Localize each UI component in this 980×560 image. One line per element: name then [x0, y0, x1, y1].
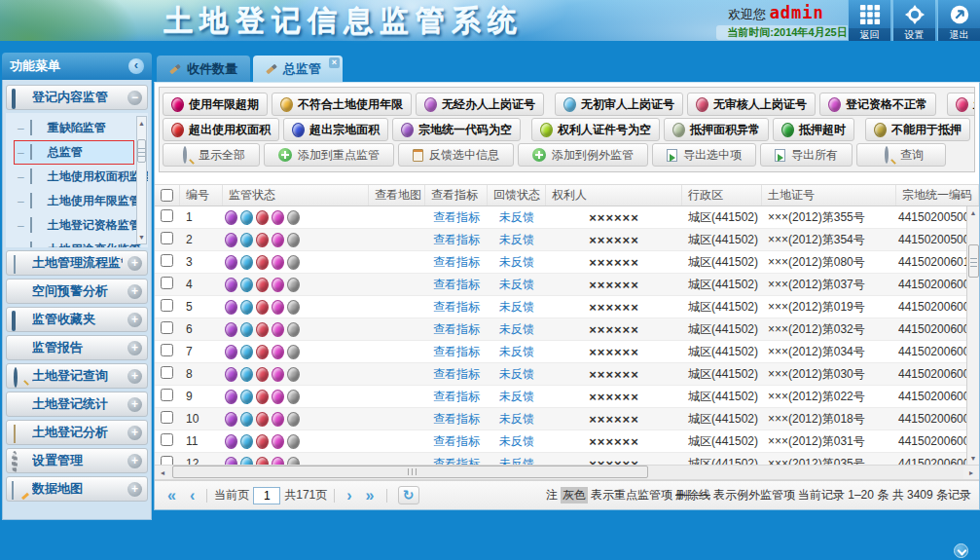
scrollbar-thumb[interactable]	[137, 139, 146, 163]
prev-page-button[interactable]: ‹	[185, 487, 200, 504]
view-indicators-link[interactable]: 查看指标	[425, 433, 488, 450]
sidebar-group-registration-content[interactable]: 登记内容监管 −	[6, 85, 148, 110]
expand-toggle-icon[interactable]: +	[127, 313, 142, 327]
filter-seizure-overtime[interactable]: 查封超时	[974, 118, 975, 141]
view-indicators-link[interactable]: 查看指标	[425, 254, 488, 271]
row-checkbox[interactable]	[161, 299, 173, 312]
first-page-button[interactable]: «	[163, 487, 181, 504]
row-checkbox[interactable]	[161, 321, 173, 334]
view-indicators-link[interactable]: 查看指标	[425, 277, 488, 293]
sidebar-item-defect[interactable]: – 重缺陷监管	[14, 116, 134, 140]
filter-exceed-use-right-area[interactable]: 超出使用权面积	[163, 118, 279, 141]
row-checkbox[interactable]	[161, 277, 173, 289]
sidebar-group-query[interactable]: 土地登记查询 +	[6, 363, 148, 389]
add-to-exception-button[interactable]: 添加到例外监管	[518, 143, 648, 167]
sidebar-title: 功能菜单	[10, 57, 60, 75]
view-indicators-link[interactable]: 查看指标	[425, 321, 488, 338]
scroll-down-icon[interactable]: ▼	[970, 452, 977, 465]
scrollbar-thumb[interactable]	[172, 466, 648, 478]
filter-mortgage-overtime[interactable]: 抵押超时	[773, 118, 854, 141]
expand-toggle-icon[interactable]: +	[127, 369, 142, 384]
expand-toggle-icon[interactable]: +	[127, 454, 142, 468]
filter-nonconforming-use-years[interactable]: 不符合土地使用年限	[272, 93, 412, 116]
sidebar-group-report[interactable]: 监管报告 +	[6, 335, 148, 360]
sidebar-item-land-use-years[interactable]: – 土地使用年限监管	[14, 189, 134, 213]
sidebar-item-registration-qualification[interactable]: – 土地登记资格监管	[14, 213, 134, 238]
row-checkbox[interactable]	[161, 209, 173, 222]
filter-no-auditor-cert[interactable]: 无审核人上岗证号	[687, 93, 816, 116]
show-all-button[interactable]: 显示全部	[163, 143, 260, 167]
sidebar-collapse-button[interactable]: ‹	[128, 58, 144, 74]
view-indicators-link[interactable]: 查看指标	[425, 389, 488, 405]
sidebar-group-statistics[interactable]: 土地登记统计 +	[6, 392, 148, 417]
last-page-button[interactable]: »	[361, 487, 380, 504]
sidebar-group-settings[interactable]: 设置管理 +	[6, 448, 148, 473]
sidebar-item-general-supervision[interactable]: – 总监管	[14, 140, 134, 165]
view-indicators-link[interactable]: 查看指标	[425, 456, 488, 466]
sidebar-group-spatial-warning[interactable]: 空间预警分析 +	[6, 279, 148, 304]
expand-toggle-icon[interactable]: +	[127, 341, 142, 355]
sidebar-item-land-use-area[interactable]: – 土地使用权面积监管	[14, 165, 134, 189]
sidebar-group-data-map[interactable]: 数据地图 +	[6, 476, 148, 502]
filter-empty-parcel-code[interactable]: 宗地统一代码为空	[392, 118, 521, 141]
tab-receipt-count[interactable]: 收件数量	[157, 56, 250, 82]
expand-toggle-icon[interactable]: +	[127, 284, 142, 299]
filter-not-mortgageable[interactable]: 不能用于抵押	[865, 118, 970, 141]
sidebar-group-process[interactable]: 土地管理流程监管 +	[6, 250, 148, 276]
view-indicators-link[interactable]: 查看指标	[425, 299, 488, 316]
filter-use-years-overdue[interactable]: 使用年限超期	[163, 93, 268, 116]
scroll-down-button[interactable]	[954, 543, 968, 558]
expand-toggle-icon[interactable]: +	[127, 397, 142, 412]
filter-mortgage-area-abnormal[interactable]: 抵押面积异常	[664, 118, 769, 141]
search-icon	[177, 148, 193, 163]
export-selected-button[interactable]: 导出选中项	[652, 143, 756, 167]
scroll-up-icon[interactable]: ▲	[138, 117, 145, 130]
expand-toggle-icon[interactable]: +	[127, 482, 142, 497]
sidebar-group-analysis[interactable]: 土地登记分析 +	[6, 420, 148, 445]
query-button[interactable]: 查询	[856, 143, 946, 167]
view-indicators-link[interactable]: 查看指标	[425, 232, 488, 248]
expand-toggle-icon[interactable]: +	[127, 426, 142, 440]
row-checkbox[interactable]	[161, 254, 173, 267]
sidebar-group-favorites[interactable]: 监管收藏夹 +	[6, 307, 148, 332]
filter-empty-owner-id[interactable]: 权利人证件号为空	[531, 118, 660, 141]
select-all-checkbox[interactable]	[161, 189, 173, 202]
filter-land-use-change-abnormal[interactable]: 土地用途变化异常	[947, 93, 975, 116]
feedback-selected-button[interactable]: 反馈选中信息	[398, 143, 514, 167]
scroll-right-icon[interactable]: ▸	[963, 468, 979, 477]
row-checkbox[interactable]	[161, 344, 173, 356]
export-all-button[interactable]: 导出所有	[760, 143, 853, 167]
row-checkbox[interactable]	[161, 433, 173, 446]
next-page-button[interactable]: ›	[342, 487, 356, 504]
scroll-up-icon[interactable]: ▲	[970, 206, 977, 219]
row-checkbox[interactable]	[161, 366, 173, 379]
view-indicators-link[interactable]: 查看指标	[425, 344, 488, 360]
row-checkbox[interactable]	[161, 411, 173, 424]
filter-abnormal-qualification[interactable]: 登记资格不正常	[819, 93, 936, 116]
scroll-left-icon[interactable]: ◂	[155, 468, 170, 477]
land-cert-cell: ×××(2012)第022号	[762, 389, 896, 405]
back-button[interactable]: 返回	[848, 0, 890, 41]
page-number-input[interactable]	[253, 487, 280, 504]
expand-toggle-icon[interactable]: +	[127, 256, 142, 271]
filter-exceed-parcel-area[interactable]: 超出宗地面积	[283, 118, 388, 141]
add-to-key-supervision-button[interactable]: 添加到重点监管	[264, 143, 394, 167]
settings-button[interactable]: 设置	[892, 0, 935, 41]
view-indicators-link[interactable]: 查看指标	[425, 411, 488, 428]
collapse-toggle-icon[interactable]: −	[127, 91, 142, 105]
scrollbar-thumb[interactable]	[968, 244, 979, 278]
view-indicators-link[interactable]: 查看指标	[425, 209, 488, 226]
tab-general-supervision[interactable]: 总监管 ×	[253, 56, 343, 82]
sidebar-item-land-use-change[interactable]: – 土地用途变化监管	[14, 238, 134, 247]
scroll-down-icon[interactable]: ▼	[138, 231, 145, 243]
filter-no-first-reviewer-cert[interactable]: 无初审人上岗证号	[555, 93, 683, 116]
row-checkbox[interactable]	[161, 456, 173, 465]
row-checkbox[interactable]	[161, 389, 173, 401]
row-checkbox[interactable]	[161, 232, 173, 244]
refresh-button[interactable]: ↻	[398, 486, 419, 504]
close-icon[interactable]: ×	[329, 57, 340, 68]
feedback-status: 未反馈	[488, 389, 546, 405]
filter-no-handler-cert[interactable]: 无经办人上岗证号	[416, 93, 544, 116]
exit-button[interactable]: 退出	[937, 0, 980, 41]
view-indicators-link[interactable]: 查看指标	[425, 366, 488, 383]
